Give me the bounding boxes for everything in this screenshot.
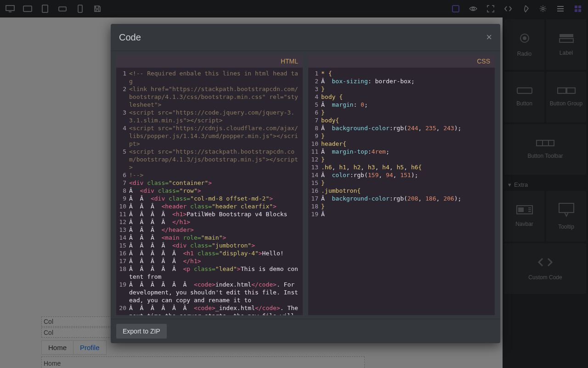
line-number: 6 (309, 109, 321, 116)
code-line[interactable]: 14Â color:rgb(159, 94, 151); (309, 171, 492, 179)
code-line[interactable]: 14Â Â Â <main role="main"> (117, 234, 300, 242)
code-line[interactable]: 9} (309, 132, 492, 140)
line-number: 2 (309, 77, 321, 85)
line-number: 7 (309, 116, 321, 124)
code-line[interactable]: 3} (309, 85, 492, 93)
code-line[interactable]: 1* { (309, 69, 492, 77)
code-line[interactable]: 7body{ (309, 116, 492, 124)
line-text: Â Â Â Â Â Â <code>index.html</code>. For… (129, 281, 300, 304)
line-text: Â <div class="row"> (129, 187, 300, 195)
line-number: 12 (117, 218, 129, 226)
line-number: 18 (117, 265, 129, 281)
code-line[interactable]: 12} (309, 155, 492, 163)
line-number: 18 (309, 202, 321, 210)
line-text: <div class="container"> (129, 179, 300, 187)
code-line[interactable]: 1<!-- Required enbale this lines in html… (117, 69, 300, 85)
export-zip-button[interactable]: Export to ZIP (116, 324, 167, 339)
line-number: 8 (117, 187, 129, 195)
line-number: 10 (309, 140, 321, 148)
line-text: Â Â Â <main role="main"> (129, 234, 300, 242)
modal-footer: Export to ZIP (111, 319, 500, 343)
line-text: Â (321, 210, 492, 218)
code-line[interactable]: 17Â Â Â Â Â </h1> (117, 257, 300, 265)
code-line[interactable]: 2<link href="https://stackpath.bootstrap… (117, 85, 300, 109)
code-line[interactable]: 8Â <div class="row"> (117, 187, 300, 195)
line-number: 2 (117, 85, 129, 109)
line-text: Â margin: 0; (321, 101, 492, 109)
line-number: 19 (117, 281, 129, 304)
line-text: } (321, 132, 492, 140)
line-text: body{ (321, 116, 492, 124)
line-text: Â Â Â Â <div class="jumbotron"> (129, 242, 300, 249)
code-line[interactable]: 10Â Â Â <header class="header clearfix"> (117, 202, 300, 210)
code-line[interactable]: 19Â (309, 210, 492, 218)
line-number: 11 (117, 210, 129, 218)
code-line[interactable]: 9Â Â <div class="col-md-8 offset-md-2"> (117, 195, 300, 202)
line-number: 19 (309, 210, 321, 218)
line-number: 3 (309, 85, 321, 93)
code-line[interactable]: 13.h6, h1, h2, h3, h4, h5, h6{ (309, 163, 492, 171)
line-text: Â box-sizing: border-box; (321, 77, 492, 85)
code-line[interactable]: 8Â background-color:rgb(244, 235, 243); (309, 124, 492, 132)
line-number: 14 (117, 234, 129, 242)
line-number: 16 (117, 249, 129, 257)
line-number: 13 (309, 163, 321, 171)
html-code-editor[interactable]: 1<!-- Required enbale this lines in html… (116, 68, 303, 315)
code-line[interactable]: 12Â Â Â Â </h1> (117, 218, 300, 226)
code-line[interactable]: 10header{ (309, 140, 492, 148)
code-modal: Code × HTML 1<!-- Required enbale this l… (111, 24, 500, 343)
code-line[interactable]: 16.jumbotron{ (309, 187, 492, 195)
code-line[interactable]: 13Â Â Â </header> (117, 226, 300, 234)
line-text: } (321, 179, 492, 187)
code-line[interactable]: 11Â margin-top:4rem; (309, 148, 492, 155)
css-code-editor[interactable]: 1* {2Â box-sizing: border-box;3}4body {5… (308, 68, 495, 315)
code-pane-label-html: HTML (116, 55, 303, 68)
line-text: Â Â <div class="col-md-8 offset-md-2"> (129, 195, 300, 202)
code-line[interactable]: 15} (309, 179, 492, 187)
line-number: 12 (309, 155, 321, 163)
line-text: Â Â Â Â Â <h1 class="display-4">Hello! (129, 249, 300, 257)
code-line[interactable]: 18} (309, 202, 492, 210)
code-line[interactable]: 5Â margin: 0; (309, 101, 492, 109)
line-number: 9 (309, 132, 321, 140)
code-line[interactable]: 5<script src="https://stackpath.bootstra… (117, 148, 300, 171)
code-line[interactable]: 17Â background-color:rgb(208, 186, 206); (309, 195, 492, 202)
code-line[interactable]: 15Â Â Â Â <div class="jumbotron"> (117, 242, 300, 249)
line-number: 4 (117, 124, 129, 148)
close-icon[interactable]: × (486, 31, 492, 43)
modal-title: Code (119, 32, 141, 43)
line-text: !--> (129, 171, 300, 179)
line-text: <script src="https://code.jquery.com/jqu… (129, 109, 300, 124)
code-line[interactable]: 20Â Â Â Â Â Â <code>_index.html</code>. … (117, 304, 300, 315)
code-line[interactable]: 19Â Â Â Â Â Â <code>index.html</code>. F… (117, 281, 300, 304)
line-number: 10 (117, 202, 129, 210)
line-text: Â Â Â Â <h1>PatilWeb Bootstrap v4 Blocks (129, 210, 300, 218)
line-text: Â background-color:rgb(244, 235, 243); (321, 124, 492, 132)
line-text: body { (321, 93, 492, 101)
line-number: 3 (117, 109, 129, 124)
line-text: Â Â Â <header class="header clearfix"> (129, 202, 300, 210)
line-text: } (321, 85, 492, 93)
line-text: header{ (321, 140, 492, 148)
line-number: 5 (309, 101, 321, 109)
html-code-pane: HTML 1<!-- Required enbale this lines in… (116, 55, 303, 315)
code-line[interactable]: 16Â Â Â Â Â <h1 class="display-4">Hello! (117, 249, 300, 257)
line-number: 13 (117, 226, 129, 234)
line-number: 11 (309, 148, 321, 155)
code-pane-label-css: CSS (308, 55, 495, 68)
line-number: 17 (117, 257, 129, 265)
code-line[interactable]: 6!--> (117, 171, 300, 179)
code-line[interactable]: 2Â box-sizing: border-box; (309, 77, 492, 85)
line-number: 15 (309, 179, 321, 187)
line-text: } (321, 155, 492, 163)
code-line[interactable]: 7<div class="container"> (117, 179, 300, 187)
code-line[interactable]: 18Â Â Â Â Â <p class="lead">This is demo… (117, 265, 300, 281)
code-line[interactable]: 11Â Â Â Â <h1>PatilWeb Bootstrap v4 Bloc… (117, 210, 300, 218)
line-number: 5 (117, 148, 129, 171)
code-line[interactable]: 4body { (309, 93, 492, 101)
code-line[interactable]: 6} (309, 109, 492, 116)
line-number: 15 (117, 242, 129, 249)
code-line[interactable]: 4<script src="https://cdnjs.cloudflare.c… (117, 124, 300, 148)
line-text: Â Â Â Â </h1> (129, 218, 300, 226)
code-line[interactable]: 3<script src="https://code.jquery.com/jq… (117, 109, 300, 124)
